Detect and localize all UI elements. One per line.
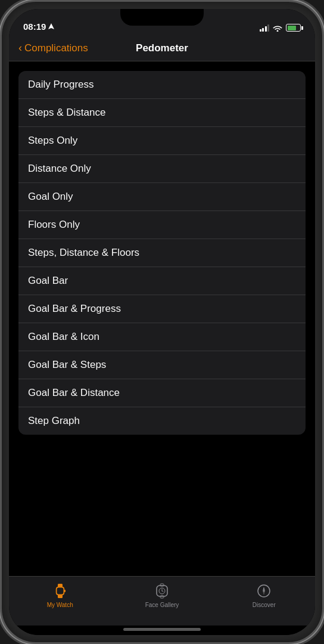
list-item-label-10: Goal Bar & Icon [28,331,296,343]
location-icon [48,23,54,30]
battery-icon [286,24,301,32]
notch [120,9,204,26]
svg-rect-4 [64,590,66,592]
status-icons [260,24,301,32]
navigation-bar: ‹ Complications Pedometer [9,35,315,61]
list-item[interactable]: Goal Bar & Icon [18,323,306,351]
my-watch-icon [52,583,68,599]
back-button[interactable]: ‹ Complications [18,42,88,54]
tab-bar: My Watch [9,576,315,626]
signal-bar-1 [260,29,261,32]
signal-bar-2 [262,28,264,32]
back-chevron-icon: ‹ [18,42,22,54]
list-item-label-1: Daily Progress [28,79,296,91]
list-item-label-6: Floors Only [28,219,296,231]
discover-label: Discover [253,602,276,608]
list-item[interactable]: Goal Bar & Steps [18,351,306,379]
list-item-label-3: Steps Only [28,135,296,147]
svg-rect-3 [57,588,63,595]
list-item-label-11: Goal Bar & Steps [28,359,296,371]
phone-frame: 08:19 [0,0,324,644]
face-gallery-icon [154,583,170,599]
svg-rect-2 [58,595,63,598]
list-item-label-9: Goal Bar & Progress [28,303,296,315]
list-item-label-4: Distance Only [28,163,296,175]
wifi-icon [273,24,282,32]
signal-bar-3 [265,26,267,32]
list-item[interactable]: Goal Bar [18,267,306,295]
tab-discover[interactable]: Discover [213,583,315,608]
screen: 08:19 [9,9,315,635]
list-item-label-8: Goal Bar [28,275,296,287]
battery-fill [288,26,296,30]
list-item-label-12: Goal Bar & Distance [28,387,296,399]
pedometer-list: Daily ProgressSteps & DistanceSteps Only… [18,71,306,435]
list-item-label-7: Steps, Distance & Floors [28,247,296,259]
svg-rect-1 [58,584,63,587]
home-bar [123,628,201,631]
list-item[interactable]: Goal Bar & Progress [18,295,306,323]
status-time: 08:19 [23,21,54,32]
time-display: 08:19 [23,21,46,32]
list-item[interactable]: Goal Bar & Distance [18,379,306,407]
tab-my-watch[interactable]: My Watch [9,583,111,608]
list-item[interactable]: Steps, Distance & Floors [18,239,306,267]
signal-bar-4 [267,24,269,32]
discover-icon [256,583,272,599]
list-item[interactable]: Step Graph [18,407,306,435]
list-item[interactable]: Steps Only [18,127,306,155]
list-item[interactable]: Distance Only [18,155,306,183]
home-indicator [9,626,315,635]
page-title: Pedometer [136,42,188,54]
list-item[interactable]: Goal Only [18,183,306,211]
list-item-label-2: Steps & Distance [28,107,296,119]
back-label: Complications [24,42,88,54]
content-area: Daily ProgressSteps & DistanceSteps Only… [9,61,315,576]
svg-point-15 [263,590,265,592]
signal-bars [260,24,270,32]
my-watch-label: My Watch [47,602,73,608]
face-gallery-label: Face Gallery [145,602,179,608]
list-item-label-13: Step Graph [28,415,296,427]
list-item[interactable]: Daily Progress [18,71,306,99]
list-item-label-5: Goal Only [28,191,296,203]
tab-face-gallery[interactable]: Face Gallery [111,583,213,608]
list-item[interactable]: Steps & Distance [18,99,306,127]
list-item[interactable]: Floors Only [18,211,306,239]
